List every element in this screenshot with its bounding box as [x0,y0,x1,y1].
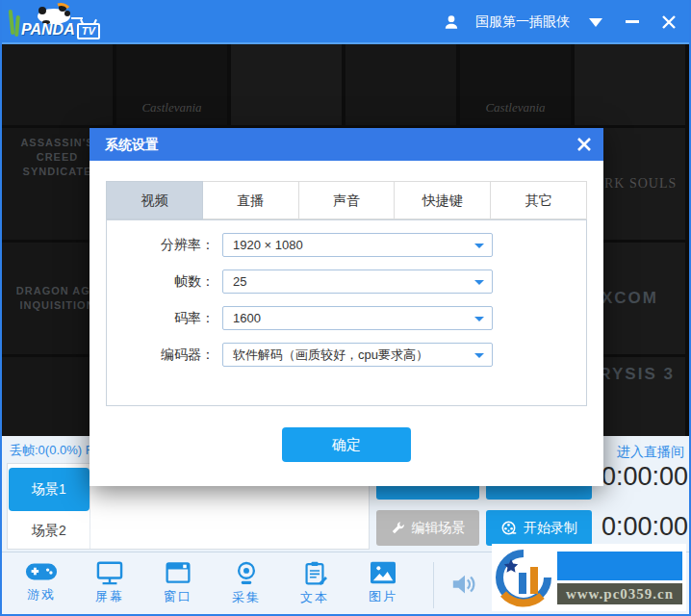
tab-hotkeys[interactable]: 快捷键 [395,181,491,219]
form-row-bitrate: 码率： 1600 [107,306,586,330]
ok-button[interactable]: 确定 [282,427,411,462]
poster-tile [2,44,113,125]
tab-live[interactable]: 直播 [203,181,299,219]
encoder-label: 编码器： [107,343,215,367]
chevron-down-icon [589,18,602,27]
scene-item-2[interactable]: 场景2 [9,511,90,551]
watermark-url: www.pc0359.cn [557,583,682,604]
form-row-framerate: 帧数： 25 [107,270,586,294]
framerate-label: 帧数： [107,270,215,294]
edit-scene-button[interactable]: 编辑场景 [376,510,479,546]
watermark-logo-icon [494,548,553,607]
minimize-button[interactable] [622,12,643,33]
app-window: PANDATV 国服第一插眼侠 CastlevaniaCastlevaniaAS… [0,0,691,616]
bamboo-decoration [14,15,20,37]
tab-other[interactable]: 其它 [491,181,587,219]
toolbar-item-text[interactable]: 文本 [287,560,343,606]
form-row-encoder: 编码器： 软件解码（画质较好，cpu要求高） [107,343,586,367]
brand-panda: PANDA [21,21,75,38]
toolbar-label: 游戏 [13,586,69,603]
poster-tile [460,44,571,125]
close-button[interactable] [658,12,679,33]
gamepad-icon [25,560,58,583]
toolbar-item-screen[interactable]: 屏幕 [82,560,138,605]
close-icon [662,15,676,29]
image-icon [369,560,397,585]
toolbar-divider [433,562,434,608]
toolbar-item-game[interactable]: 游戏 [13,560,69,603]
speaker-button[interactable] [449,570,480,603]
text-clipboard-icon [302,560,327,586]
caret-down-icon [474,317,484,321]
watermark-banner [557,552,682,580]
dialog-title: 系统设置 [105,128,159,161]
toolbar-label: 窗口 [150,588,206,605]
poster-tile [575,44,685,125]
toolbar-item-image[interactable]: 图片 [355,560,411,605]
toolbar-item-capture[interactable]: 采集 [218,560,274,606]
pandatv-logo: PANDATV [6,0,121,42]
minimize-icon [626,20,639,24]
user-dropdown-button[interactable] [585,12,606,33]
tab-sound[interactable]: 声音 [299,181,396,219]
poster-tile [116,44,227,125]
resolution-select[interactable]: 1920 × 1080 [222,233,493,257]
start-record-button[interactable]: 开始录制 [486,510,592,546]
speaker-icon [449,570,480,599]
webcam-icon [233,560,260,586]
system-settings-dialog: 系统设置 视频 直播 声音 快捷键 其它 分辨率： 1920 × 1080 帧数… [90,128,603,486]
enter-live-room-link[interactable]: 进入直播间 [617,444,684,461]
toolbar-label: 文本 [287,589,343,606]
titlebar: PANDATV 国服第一插眼侠 [0,0,691,44]
toolbar-label: 采集 [218,589,274,606]
brand-tv-box: TV [77,23,100,39]
settings-tabs: 视频 直播 声音 快捷键 其它 [106,181,587,219]
brand-text: PANDATV [21,21,100,39]
window-icon [165,560,192,585]
encoder-select[interactable]: 软件解码（画质较好，cpu要求高） [222,343,493,367]
toolbar-item-window[interactable]: 窗口 [150,560,206,605]
tab-video[interactable]: 视频 [106,181,203,219]
stream-timer: 0:00:00 [601,462,688,492]
bamboo-decoration [9,10,15,35]
film-reel-icon [500,520,517,536]
record-timer: 0:00:00 [601,512,688,542]
edit-scene-label: 编辑场景 [412,520,466,537]
encoder-value: 软件解码（画质较好，cpu要求高） [233,347,428,362]
watermark-overlay: www.pc0359.cn [492,544,686,611]
caret-down-icon [474,353,484,358]
poster-tile [346,44,456,125]
resolution-value: 1920 × 1080 [233,238,303,252]
user-icon [443,13,460,31]
settings-form: 分辨率： 1920 × 1080 帧数： 25 码率： 1600 [106,219,587,406]
dropped-frames-status: 丢帧:0(0.0%) FP [10,442,101,459]
wrench-icon [391,521,405,535]
resolution-label: 分辨率： [107,233,215,257]
framerate-value: 25 [233,274,246,289]
form-row-resolution: 分辨率： 1920 × 1080 [107,233,586,257]
monitor-icon [95,560,124,585]
caret-down-icon [474,244,484,248]
start-record-label: 开始录制 [524,520,577,537]
caret-down-icon [474,280,484,285]
scene-item-1[interactable]: 场景1 [9,468,90,511]
poster-tile [231,44,342,125]
toolbar-label: 屏幕 [82,588,138,605]
bitrate-label: 码率： [107,306,215,330]
username-label[interactable]: 国服第一插眼侠 [475,13,570,31]
bitrate-select[interactable]: 1600 [222,306,493,330]
framerate-select[interactable]: 25 [222,270,493,294]
toolbar-label: 图片 [355,588,411,605]
dialog-header: 系统设置 [90,128,603,161]
bitrate-value: 1600 [233,311,261,325]
dialog-close-icon[interactable] [576,137,592,152]
